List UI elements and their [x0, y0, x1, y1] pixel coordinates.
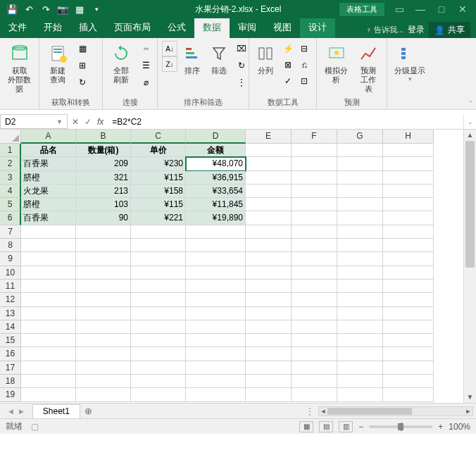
tab-review[interactable]: 审阅 [230, 17, 265, 38]
page-break-view-button[interactable]: ▥ [339, 421, 353, 432]
cell[interactable]: 火龙果 [21, 185, 76, 198]
cell[interactable] [383, 225, 434, 239]
cell[interactable] [76, 252, 131, 265]
cell[interactable] [246, 334, 292, 347]
cell[interactable] [383, 307, 434, 320]
row-header[interactable]: 5 [0, 198, 21, 211]
cell[interactable]: 百香果 [21, 157, 76, 170]
minimize-icon[interactable]: — [410, 0, 431, 18]
enter-formula-icon[interactable]: ✓ [84, 117, 92, 127]
close-icon[interactable]: ✕ [452, 0, 473, 18]
cell[interactable]: 金额 [186, 144, 246, 157]
cell[interactable] [131, 225, 186, 239]
sheet-tab[interactable]: Sheet1 [32, 404, 80, 418]
what-if-button[interactable]: 模拟分析 [321, 41, 351, 86]
zoom-slider[interactable] [369, 425, 432, 428]
flash-fill-icon[interactable]: ⚡ [280, 41, 296, 56]
cell[interactable] [76, 320, 131, 334]
cell[interactable]: 213 [76, 185, 131, 198]
column-header-A[interactable]: A [21, 130, 76, 144]
column-header-E[interactable]: E [246, 130, 292, 144]
share-button[interactable]: 👤 共享 [429, 22, 470, 38]
cell[interactable] [292, 185, 337, 198]
cell[interactable]: ¥221 [131, 211, 186, 225]
cell[interactable] [292, 211, 337, 225]
cell[interactable] [21, 280, 76, 293]
cell[interactable] [21, 307, 76, 320]
get-external-data-button[interactable]: 获取 外部数据 [4, 41, 35, 95]
cell[interactable]: 品名 [21, 144, 76, 157]
cell[interactable] [246, 239, 292, 252]
cell[interactable] [292, 307, 337, 320]
outline-button[interactable]: 分级显示 ▾ [392, 41, 428, 84]
row-header[interactable]: 10 [0, 266, 21, 280]
vscroll-thumb[interactable] [465, 141, 475, 268]
cell[interactable] [337, 144, 383, 157]
cell[interactable]: 百香果 [21, 211, 76, 225]
zoom-level[interactable]: 100% [449, 422, 470, 432]
cell[interactable] [131, 280, 186, 293]
cell[interactable] [76, 280, 131, 293]
advanced-filter-icon[interactable]: ⋮ [234, 75, 249, 90]
cell[interactable] [246, 320, 292, 334]
cell[interactable] [131, 266, 186, 280]
cell[interactable] [246, 171, 292, 185]
column-header-C[interactable]: C [131, 130, 186, 144]
cell[interactable] [131, 293, 186, 306]
cell[interactable] [246, 347, 292, 361]
cell[interactable] [186, 375, 246, 388]
cell[interactable] [337, 239, 383, 252]
zoom-out-button[interactable]: − [358, 422, 363, 432]
cell[interactable] [383, 375, 434, 388]
tab-layout[interactable]: 页面布局 [106, 17, 159, 38]
cell[interactable]: ¥158 [131, 185, 186, 198]
clear-filter-icon[interactable]: ⌧ [234, 41, 249, 56]
new-query-button[interactable]: 新建 查询 [44, 41, 72, 86]
cell[interactable] [337, 320, 383, 334]
tab-formulas[interactable]: 公式 [159, 17, 194, 38]
cell[interactable] [186, 307, 246, 320]
reapply-icon[interactable]: ↻ [234, 58, 249, 73]
column-header-G[interactable]: G [337, 130, 383, 144]
cell[interactable] [383, 211, 434, 225]
cell[interactable] [292, 171, 337, 185]
cell[interactable] [131, 375, 186, 388]
macro-record-icon[interactable]: ▢ [31, 422, 39, 432]
cell[interactable] [76, 266, 131, 280]
cell[interactable] [337, 157, 383, 170]
cell[interactable] [246, 388, 292, 401]
row-header[interactable]: 8 [0, 239, 21, 252]
refresh-all-button[interactable]: 全部刷新 [107, 41, 135, 86]
sheet-nav-next-icon[interactable]: ► [18, 407, 25, 415]
cell[interactable] [246, 266, 292, 280]
filter-button[interactable]: 筛选 [207, 41, 231, 77]
cell[interactable] [131, 307, 186, 320]
cell[interactable] [337, 225, 383, 239]
cell[interactable] [383, 334, 434, 347]
cell[interactable] [292, 334, 337, 347]
cell[interactable] [337, 361, 383, 375]
cell[interactable] [246, 211, 292, 225]
cell[interactable]: 321 [76, 171, 131, 185]
cell[interactable]: 数量(箱) [76, 144, 131, 157]
cell[interactable] [292, 252, 337, 265]
cell[interactable] [292, 144, 337, 157]
cell[interactable] [131, 347, 186, 361]
cell[interactable] [246, 252, 292, 265]
connections-icon[interactable]: ⎓ [138, 41, 154, 56]
cell[interactable] [292, 347, 337, 361]
cell[interactable] [186, 266, 246, 280]
cell[interactable] [383, 280, 434, 293]
row-header[interactable]: 1 [0, 144, 21, 157]
tab-insert[interactable]: 插入 [70, 17, 106, 38]
cell[interactable] [337, 307, 383, 320]
cell[interactable] [292, 266, 337, 280]
cell[interactable] [76, 307, 131, 320]
insert-function-icon[interactable]: fx [97, 117, 104, 127]
cell[interactable] [383, 347, 434, 361]
row-header[interactable]: 11 [0, 280, 21, 293]
ribbon-options-icon[interactable]: ▭ [389, 0, 410, 18]
cell[interactable] [21, 320, 76, 334]
cell[interactable] [383, 157, 434, 170]
cell[interactable] [186, 280, 246, 293]
